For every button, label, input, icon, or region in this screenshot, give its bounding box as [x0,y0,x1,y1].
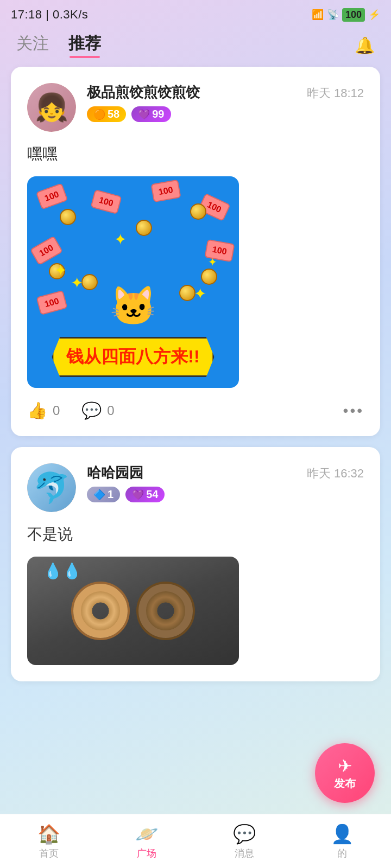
status-bar: 17:18 | 0.3K/s 📶 📡 100 ⚡ [0,0,391,27]
like-icon-1: 👍 [27,401,47,420]
post-header-1: 极品煎饺煎饺煎饺 🟠 58 💜 99 昨天 18:12 [27,83,364,132]
tab-recommend[interactable]: 推荐 [68,33,101,58]
bottom-nav-home-label: 首页 [39,847,59,860]
bottom-nav-profile-label: 的 [337,847,347,860]
money-illustration: 100 100 100 100 100 100 100 ✦ ✦ ✦ [27,176,239,388]
square-icon: 🪐 [135,823,158,845]
water-drops-decoration: 💧💧 [43,562,81,580]
post-card-1: 极品煎饺煎饺煎饺 🟠 58 💜 99 昨天 18:12 嘿嘿 [11,67,380,436]
like-count-1: 0 [53,403,60,418]
fab-send-icon: ✈ [338,756,352,776]
nav-tabs: 关注 推荐 [16,33,101,58]
badge-purple-1: 💜 99 [131,106,171,122]
user-avatar-image-2 [27,463,76,512]
money-cat-emoji: 🐱 [110,284,157,328]
badge-gray-2: 🔷 1 [87,487,120,502]
post-meta-2: 哈哈园园 🔷 1 💜 54 [87,463,296,502]
bottom-nav-messages-label: 消息 [235,847,254,860]
badge-gray-value-2: 1 [108,488,113,501]
post-meta-1: 极品煎饺煎饺煎饺 🟠 58 💜 99 [87,83,296,122]
post-text-1: 嘿嘿 [27,143,364,165]
battery-indicator: 100 [342,8,365,22]
post-time-1: 昨天 18:12 [307,85,364,101]
comment-icon-1: 💬 [81,401,102,420]
post-badges-2: 🔷 1 💜 54 [87,487,296,502]
bottom-nav-messages[interactable]: 💬 消息 [195,823,293,860]
bottom-nav-square[interactable]: 🪐 广场 [98,823,195,860]
comment-action-1[interactable]: 💬 0 [81,401,114,420]
bottom-nav-profile[interactable]: 👤 的 [293,823,391,860]
notification-bell-icon[interactable]: 🔔 [355,36,375,55]
post-badges-1: 🟠 58 💜 99 [87,106,296,122]
avatar-1[interactable] [27,83,76,132]
signal-icon: 📶 [312,9,324,21]
top-nav: 关注 推荐 🔔 [0,27,391,67]
purple-badge-icon-1: 💜 [138,108,150,120]
more-options-1[interactable]: ••• [343,402,364,419]
home-icon: 🏠 [37,823,60,845]
post-image-1[interactable]: 100 100 100 100 100 100 100 ✦ ✦ ✦ [27,176,239,388]
username-1[interactable]: 极品煎饺煎饺煎饺 [87,83,296,102]
badge-purple-2: 💜 54 [125,487,165,502]
feed-container: 极品煎饺煎饺煎饺 🟠 58 💜 99 昨天 18:12 嘿嘿 [0,67,391,681]
username-2[interactable]: 哈哈园园 [87,463,296,482]
bottom-nav: 🏠 首页 🪐 广场 💬 消息 👤 的 [0,814,391,868]
post-time-2: 昨天 16:32 [307,465,364,482]
bracelet-illustration: 💧💧 [27,557,239,665]
fab-publish[interactable]: ✈ 发布 [315,743,375,803]
post-text-2: 不是说 [27,523,364,546]
messages-icon: 💬 [233,823,256,845]
user-avatar-image-1 [27,83,76,132]
bottom-nav-square-label: 广场 [137,847,156,860]
comment-count-1: 0 [107,403,114,418]
fab-label: 发布 [334,776,356,791]
money-text: 钱从四面八方来!! [52,337,214,377]
gray-badge-icon: 🔷 [93,489,105,501]
bottom-nav-home[interactable]: 🏠 首页 [0,823,98,860]
post-time-container-1: 昨天 18:12 [307,83,364,101]
badge-purple-value-2: 54 [146,488,158,501]
purple-badge-icon-2: 💜 [132,489,144,501]
bracelet-item-1 [73,584,128,638]
orange-badge-icon: 🟠 [93,108,105,120]
badge-purple-value-1: 99 [152,108,164,120]
status-time: 17:18 | 0.3K/s [11,8,88,22]
status-right: 📶 📡 100 ⚡ [312,8,380,22]
post-header-2: 哈哈园园 🔷 1 💜 54 昨天 16:32 [27,463,364,512]
post-footer-1: 👍 0 💬 0 ••• [27,401,364,420]
wifi-icon: 📡 [327,9,339,21]
bracelet-item-2 [138,584,193,638]
post-image-2[interactable]: 💧💧 [27,557,239,665]
avatar-2[interactable] [27,463,76,512]
badge-orange-1: 🟠 58 [87,106,126,122]
profile-icon: 👤 [331,823,354,845]
post-time-container-2: 昨天 16:32 [307,463,364,482]
charging-icon: ⚡ [368,9,380,21]
tab-follow[interactable]: 关注 [16,33,49,58]
post-card-2: 哈哈园园 🔷 1 💜 54 昨天 16:32 不是说 [11,447,380,681]
badge-orange-value-1: 58 [108,108,119,120]
like-action-1[interactable]: 👍 0 [27,401,60,420]
